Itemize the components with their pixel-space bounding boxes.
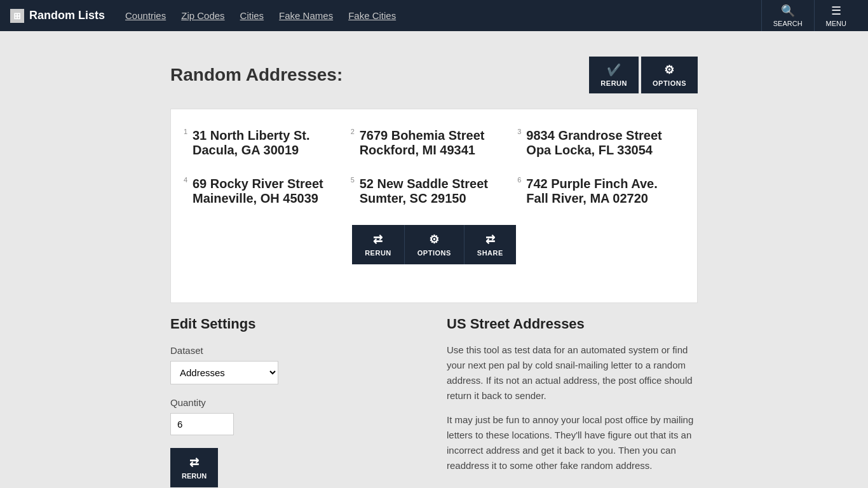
page-header: Random Addresses: ✔️ RERUN ⚙ OPTIONS bbox=[170, 57, 698, 93]
address-item: 2 7679 Bohemia Street Rockford, MI 49341 bbox=[357, 128, 512, 158]
logo-text: Random Lists bbox=[29, 9, 105, 22]
quantity-input[interactable] bbox=[170, 413, 234, 435]
main-content: Random Addresses: ✔️ RERUN ⚙ OPTIONS 1 3… bbox=[158, 31, 710, 488]
mid-rerun-label: RERUN bbox=[365, 249, 391, 257]
mid-rerun-button[interactable]: ⇄ RERUN bbox=[352, 225, 404, 264]
address-item: 5 52 New Saddle Street Sumter, SC 29150 bbox=[357, 177, 512, 206]
quantity-label: Quantity bbox=[170, 397, 421, 408]
info-paragraph-2: It may just be fun to annoy your local p… bbox=[447, 412, 698, 473]
dataset-select[interactable]: Addresses bbox=[170, 361, 278, 384]
mid-share-label: SHARE bbox=[477, 249, 503, 257]
address-city: Opa Locka, FL 33054 bbox=[524, 143, 678, 158]
address-city: Maineville, OH 45039 bbox=[190, 191, 344, 206]
bottom-rerun-button[interactable]: ⇄ RERUN bbox=[170, 448, 218, 487]
bottom-section: Edit Settings Dataset Addresses Quantity… bbox=[170, 316, 698, 487]
search-label: SEARCH bbox=[773, 20, 803, 27]
mid-share-icon: ⇄ bbox=[485, 233, 496, 247]
address-item: 4 69 Rocky River Street Maineville, OH 4… bbox=[190, 177, 344, 206]
address-street: 9834 Grandrose Street bbox=[524, 128, 678, 143]
header-actions: 🔍 SEARCH ☰ MENU bbox=[761, 0, 858, 31]
main-nav: Countries Zip Codes Cities Fake Names Fa… bbox=[125, 10, 761, 21]
nav-zipcodes[interactable]: Zip Codes bbox=[181, 10, 224, 21]
address-city: Rockford, MI 49341 bbox=[357, 143, 512, 158]
address-street: 52 New Saddle Street bbox=[357, 177, 512, 191]
nav-fakenames[interactable]: Fake Names bbox=[279, 10, 333, 21]
site-header: ⊞ Random Lists Countries Zip Codes Citie… bbox=[0, 0, 868, 31]
top-options-button[interactable]: ⚙ OPTIONS bbox=[641, 57, 698, 93]
nav-fakecities[interactable]: Fake Cities bbox=[348, 10, 396, 21]
middle-buttons: ⇄ RERUN ⚙ OPTIONS ⇄ SHARE bbox=[190, 225, 678, 264]
quantity-group: Quantity bbox=[170, 397, 421, 435]
logo-icon: ⊞ bbox=[10, 9, 24, 23]
address-item: 6 742 Purple Finch Ave. Fall River, MA 0… bbox=[524, 177, 678, 206]
address-item: 1 31 North Liberty St. Dacula, GA 30019 bbox=[190, 128, 344, 158]
edit-settings-title: Edit Settings bbox=[170, 316, 421, 332]
edit-settings: Edit Settings Dataset Addresses Quantity… bbox=[170, 316, 421, 487]
mid-options-label: OPTIONS bbox=[417, 249, 451, 257]
address-street: 742 Purple Finch Ave. bbox=[524, 177, 678, 191]
address-number: 3 bbox=[517, 128, 521, 135]
address-street: 69 Rocky River Street bbox=[190, 177, 344, 191]
top-action-buttons: ✔️ RERUN ⚙ OPTIONS bbox=[589, 57, 698, 93]
menu-icon: ☰ bbox=[831, 4, 841, 18]
info-paragraph-1: Use this tool as test data for an automa… bbox=[447, 342, 698, 403]
search-icon: 🔍 bbox=[781, 4, 795, 18]
info-title: US Street Addresses bbox=[447, 316, 698, 332]
nav-cities[interactable]: Cities bbox=[240, 10, 264, 21]
search-button[interactable]: 🔍 SEARCH bbox=[761, 0, 814, 31]
info-section: US Street Addresses Use this tool as tes… bbox=[447, 316, 698, 487]
address-city: Dacula, GA 30019 bbox=[190, 143, 344, 158]
page-title: Random Addresses: bbox=[170, 65, 342, 85]
dataset-group: Dataset Addresses bbox=[170, 345, 421, 384]
address-number: 6 bbox=[517, 177, 521, 184]
address-street: 31 North Liberty St. bbox=[190, 128, 344, 143]
bottom-rerun-label: RERUN bbox=[182, 472, 207, 480]
mid-options-icon: ⚙ bbox=[429, 233, 440, 247]
address-number: 5 bbox=[351, 177, 355, 184]
address-number: 2 bbox=[351, 128, 355, 135]
top-rerun-button[interactable]: ✔️ RERUN bbox=[589, 57, 639, 93]
options-icon: ⚙ bbox=[664, 63, 675, 77]
address-number: 4 bbox=[184, 177, 187, 184]
options-label: OPTIONS bbox=[653, 79, 686, 87]
nav-countries[interactable]: Countries bbox=[125, 10, 166, 21]
address-street: 7679 Bohemia Street bbox=[357, 128, 512, 143]
bottom-rerun-icon: ⇄ bbox=[189, 456, 199, 470]
addresses-grid: 1 31 North Liberty St. Dacula, GA 30019 … bbox=[190, 128, 678, 206]
rerun-label: RERUN bbox=[600, 79, 627, 87]
rerun-icon: ✔️ bbox=[607, 63, 621, 77]
menu-label: MENU bbox=[826, 20, 846, 27]
address-city: Fall River, MA 02720 bbox=[524, 191, 678, 206]
address-item: 3 9834 Grandrose Street Opa Locka, FL 33… bbox=[524, 128, 678, 158]
address-city: Sumter, SC 29150 bbox=[357, 191, 512, 206]
site-logo[interactable]: ⊞ Random Lists bbox=[10, 9, 105, 23]
mid-options-button[interactable]: ⚙ OPTIONS bbox=[404, 225, 464, 264]
mid-rerun-icon: ⇄ bbox=[373, 233, 383, 247]
address-number: 1 bbox=[184, 128, 187, 135]
menu-button[interactable]: ☰ MENU bbox=[814, 0, 858, 31]
dataset-label: Dataset bbox=[170, 345, 421, 356]
addresses-container: 1 31 North Liberty St. Dacula, GA 30019 … bbox=[170, 109, 698, 303]
mid-share-button[interactable]: ⇄ SHARE bbox=[464, 225, 516, 264]
